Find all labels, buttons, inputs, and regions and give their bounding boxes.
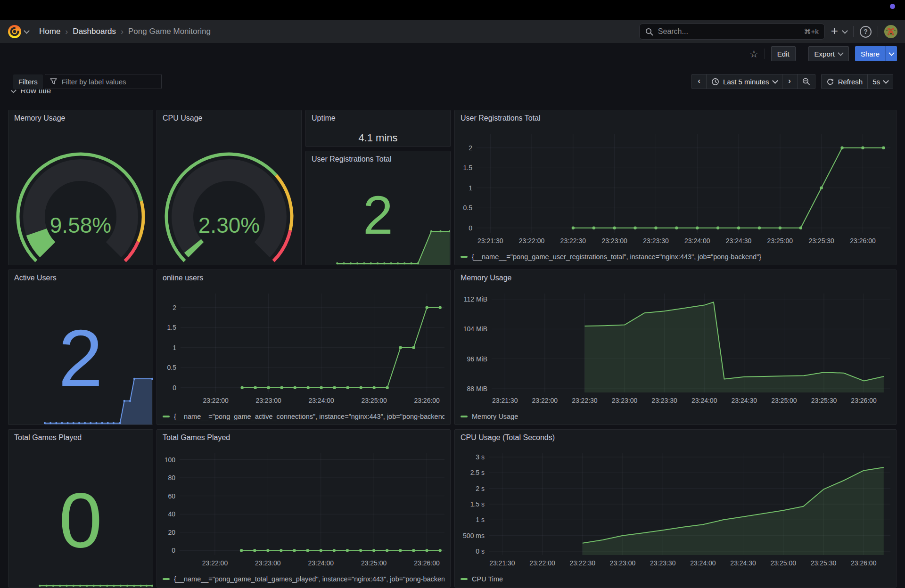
search-icon <box>645 28 653 36</box>
svg-text:1.5: 1.5 <box>463 164 473 172</box>
svg-text:23:25:30: 23:25:30 <box>811 397 837 404</box>
share-button-group: Share <box>855 46 897 61</box>
label-filter-field[interactable] <box>61 77 156 86</box>
breadcrumb-home[interactable]: Home <box>39 27 60 36</box>
svg-text:23:25:00: 23:25:00 <box>771 559 797 567</box>
svg-text:3 s: 3 s <box>476 453 485 461</box>
refresh-interval-picker[interactable]: 5s <box>868 74 893 89</box>
filter-bar: Filters <box>13 74 162 89</box>
panel-cpu-usage-gauge: CPU Usage 2.30% <box>156 110 302 265</box>
time-range-picker[interactable]: Last 5 minutes <box>707 74 782 89</box>
cpu-seconds-chart[interactable]: 0 s500 ms1 s1.5 s2 s2.5 s3 s23:21:3023:2… <box>455 430 896 587</box>
share-dropdown-button[interactable] <box>885 46 897 61</box>
notification-dot <box>890 4 895 9</box>
filters-label[interactable]: Filters <box>13 74 43 89</box>
svg-text:23:22:30: 23:22:30 <box>560 237 586 245</box>
add-new-button[interactable]: + <box>831 25 847 38</box>
total-games-stat-value: 0 <box>8 482 153 559</box>
legend-label: Memory Usage <box>472 413 518 420</box>
svg-text:2: 2 <box>173 304 176 311</box>
edit-button[interactable]: Edit <box>771 46 796 61</box>
legend-label: {__name__="pong_game_total_games_played"… <box>174 575 444 583</box>
time-range-label: Last 5 minutes <box>723 78 769 86</box>
svg-text:23:25:30: 23:25:30 <box>808 237 834 245</box>
svg-text:1.5 s: 1.5 s <box>470 500 485 508</box>
breadcrumb-current-dashboard: Pong Game Monitoring <box>128 27 211 36</box>
panel-title: Total Games Played <box>14 433 82 442</box>
svg-text:23:22:00: 23:22:00 <box>202 559 228 567</box>
svg-text:23:25:00: 23:25:00 <box>771 397 797 404</box>
panel-title: Memory Usage <box>14 114 65 122</box>
svg-text:23:24:00: 23:24:00 <box>691 397 717 404</box>
legend-label: {__name__="pong_game_user_registrations_… <box>472 253 761 261</box>
legend-label: {__name__="pong_game_active_connections"… <box>174 413 444 420</box>
star-favorite-icon[interactable]: ☆ <box>749 49 758 59</box>
chart-legend[interactable]: {__name__="pong_game_user_registrations_… <box>461 253 761 261</box>
refresh-button[interactable]: Refresh <box>821 74 868 89</box>
online-users-chart[interactable]: 00.511.5223:22:0023:23:0023:24:0023:25:0… <box>157 270 450 425</box>
chevron-down-icon <box>883 78 889 84</box>
share-button[interactable]: Share <box>855 46 885 61</box>
help-icon[interactable]: ? <box>860 26 872 38</box>
panel-uptime: Uptime 4.1 mins <box>305 110 451 147</box>
svg-text:23:25:30: 23:25:30 <box>811 559 837 567</box>
clock-icon <box>711 78 719 86</box>
svg-text:23:25:00: 23:25:00 <box>361 397 387 404</box>
export-button[interactable]: Export <box>808 46 849 61</box>
svg-text:96 MiB: 96 MiB <box>467 355 487 363</box>
chart-legend[interactable]: {__name__="pong_game_total_games_played"… <box>163 575 444 583</box>
chart-legend[interactable]: Memory Usage <box>461 413 518 420</box>
row-header[interactable]: Row title <box>11 90 134 99</box>
panel-memory-usage-chart: Memory Usage 88 MiB96 MiB104 MiB112 MiB2… <box>454 270 897 425</box>
svg-text:2.5 s: 2.5 s <box>470 469 485 476</box>
breadcrumb-separator: › <box>65 27 68 37</box>
svg-text:2: 2 <box>469 144 472 152</box>
chart-legend[interactable]: CPU Time <box>461 575 503 583</box>
chevron-down-icon <box>889 50 895 56</box>
svg-text:23:22:30: 23:22:30 <box>570 559 596 567</box>
panel-title: Active Users <box>14 274 57 282</box>
svg-text:23:23:00: 23:23:00 <box>601 237 627 245</box>
svg-text:1: 1 <box>173 344 176 351</box>
svg-text:23:22:30: 23:22:30 <box>572 397 598 404</box>
divider <box>802 49 802 59</box>
memory-usage-chart[interactable]: 88 MiB96 MiB104 MiB112 MiB23:21:3023:22:… <box>455 270 896 425</box>
svg-text:0.5: 0.5 <box>167 364 177 371</box>
svg-text:23:24:00: 23:24:00 <box>308 559 334 567</box>
user-registrations-chart[interactable]: 00.511.5223:21:3023:22:0023:22:3023:23:0… <box>455 110 896 265</box>
svg-text:104 MiB: 104 MiB <box>463 325 487 333</box>
user-avatar[interactable] <box>884 25 897 38</box>
divider <box>878 26 878 37</box>
svg-text:23:24:30: 23:24:30 <box>730 559 756 567</box>
panel-title: User Registrations Total <box>312 155 392 163</box>
search-field[interactable] <box>657 27 804 36</box>
svg-text:40: 40 <box>168 510 175 518</box>
breadcrumb-dashboards[interactable]: Dashboards <box>73 27 116 36</box>
search-shortcut-hint: ⌘+k <box>804 27 819 36</box>
label-filter-input[interactable] <box>45 74 162 89</box>
svg-text:1 s: 1 s <box>476 516 485 523</box>
zoom-out-button[interactable] <box>798 74 815 89</box>
svg-text:23:22:00: 23:22:00 <box>529 559 555 567</box>
svg-text:23:23:30: 23:23:30 <box>651 397 677 404</box>
svg-text:23:24:00: 23:24:00 <box>690 559 716 567</box>
time-shift-forward-button[interactable]: › <box>782 74 798 89</box>
svg-text:60: 60 <box>168 492 175 500</box>
svg-text:20: 20 <box>168 529 175 536</box>
org-switcher[interactable] <box>8 24 29 39</box>
svg-text:23:24:00: 23:24:00 <box>684 237 710 245</box>
svg-text:23:26:00: 23:26:00 <box>414 559 440 567</box>
memory-usage-gauge: 9.58% <box>8 127 153 265</box>
svg-text:80: 80 <box>168 474 175 482</box>
search-input[interactable]: ⌘+k <box>639 24 825 40</box>
total-games-chart[interactable]: 02040608010023:22:0023:23:0023:24:0023:2… <box>157 430 450 587</box>
dashboard-toolbar: ☆ Edit Export Share <box>0 43 905 65</box>
time-shift-back-button[interactable]: ‹ <box>691 74 707 89</box>
chart-legend[interactable]: {__name__="pong_game_active_connections"… <box>163 413 444 420</box>
legend-swatch <box>163 416 170 417</box>
svg-text:23:23:00: 23:23:00 <box>255 397 281 404</box>
panel-total-games-stat: Total Games Played 0 <box>8 429 153 588</box>
svg-text:2 s: 2 s <box>476 485 485 492</box>
funnel-icon <box>50 78 57 85</box>
svg-text:0: 0 <box>173 384 176 392</box>
